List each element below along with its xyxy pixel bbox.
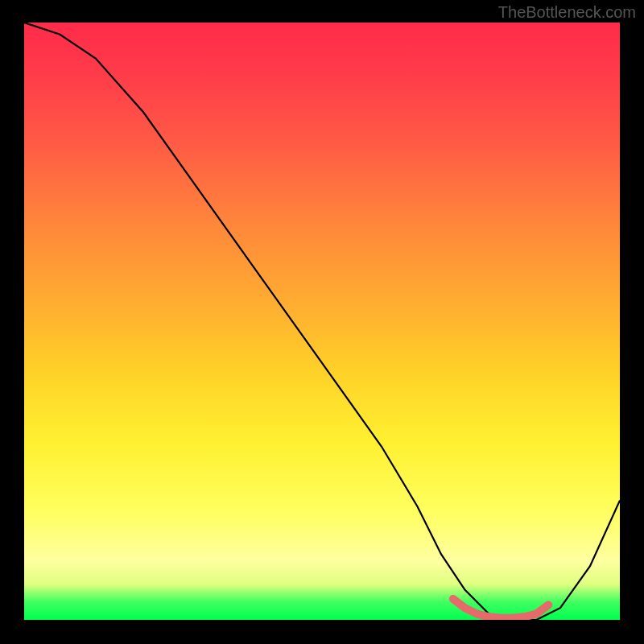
bottleneck-curve-line: [24, 23, 620, 620]
optimal-range-marker: [453, 599, 548, 618]
chart-svg: [24, 23, 620, 620]
watermark-text: TheBottleneck.com: [498, 3, 636, 22]
chart-plot-area: [24, 23, 620, 620]
